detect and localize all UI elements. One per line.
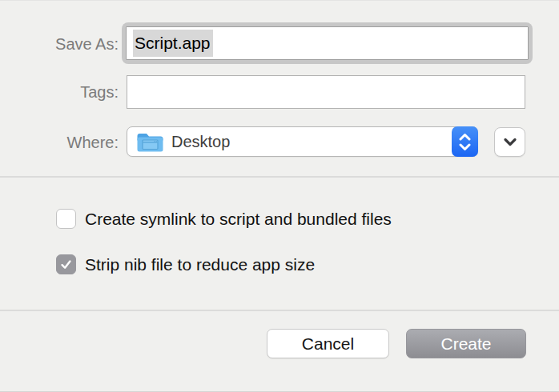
checkbox-box[interactable]	[56, 209, 76, 229]
checkbox-strip-nib[interactable]: Strip nib file to reduce app size	[56, 254, 315, 274]
expand-dialog-button[interactable]	[494, 127, 525, 157]
tags-label: Tags:	[0, 83, 119, 102]
where-label: Where:	[0, 134, 119, 152]
save-as-label: Save As:	[0, 35, 119, 54]
create-button[interactable]: Create	[406, 329, 526, 358]
save-as-selected-text: Script.app	[133, 30, 213, 57]
where-selected-value: Desktop	[171, 133, 230, 151]
cancel-button[interactable]: Cancel	[267, 329, 389, 358]
checkbox-box[interactable]	[56, 254, 76, 274]
tags-input[interactable]	[127, 75, 525, 109]
checkbox-label: Strip nib file to reduce app size	[85, 255, 315, 274]
separator	[0, 176, 559, 178]
folder-icon	[136, 131, 164, 153]
save-dialog-sheet: Save As: Script.app Tags: Where: Desktop	[0, 0, 559, 392]
save-as-input[interactable]: Script.app	[126, 26, 529, 60]
checkbox-create-symlink[interactable]: Create symlink to script and bundled fil…	[56, 209, 392, 229]
chevron-down-icon	[503, 138, 517, 146]
checkbox-label: Create symlink to script and bundled fil…	[85, 210, 392, 229]
up-down-chevrons-icon	[452, 126, 478, 157]
checkmark-icon	[59, 258, 73, 271]
separator	[0, 310, 559, 311]
where-popup-button[interactable]: Desktop	[127, 126, 478, 157]
